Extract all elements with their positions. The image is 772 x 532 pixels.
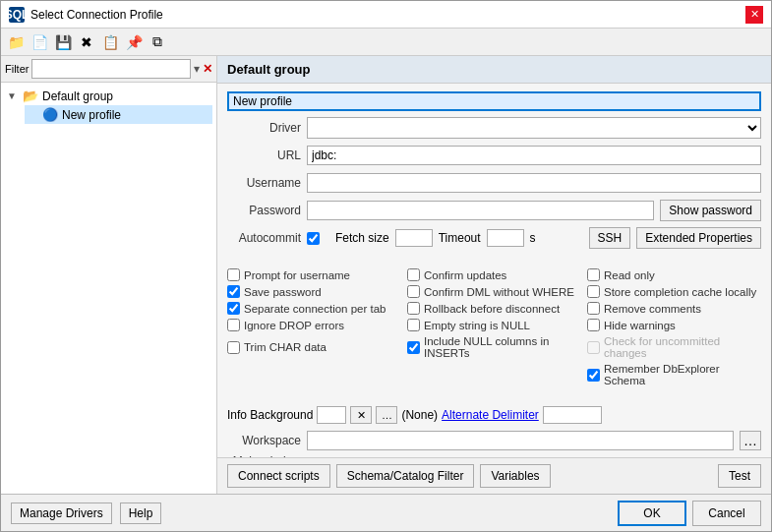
- password-input[interactable]: [307, 201, 654, 220]
- filter-clear-icon[interactable]: ✕: [203, 62, 212, 76]
- timeout-label: Timeout: [439, 231, 481, 245]
- main-window: SQL Select Connection Profile ✕ 📁 📄 💾 ✖ …: [0, 0, 772, 532]
- workspace-input[interactable]: [307, 431, 734, 450]
- manage-drivers-button[interactable]: Manage Drivers: [11, 502, 112, 524]
- info-bg-browse-button[interactable]: …: [376, 406, 397, 424]
- none-label: (None): [401, 408, 438, 422]
- ignore-drop-label[interactable]: Ignore DROP errors: [244, 320, 344, 331]
- ext-properties-button[interactable]: Extended Properties: [636, 227, 761, 249]
- new-item-button[interactable]: 📄: [29, 31, 50, 53]
- confirm-updates-checkbox[interactable]: [407, 268, 420, 281]
- confirm-updates-label[interactable]: Confirm updates: [424, 269, 506, 281]
- separate-connection-item: Separate connection per tab: [227, 302, 401, 315]
- timeout-input[interactable]: [487, 229, 524, 247]
- password-label: Password: [227, 204, 301, 217]
- username-input[interactable]: [307, 173, 761, 193]
- include-null-label[interactable]: Include NULL columns in INSERTs: [424, 335, 581, 359]
- workspace-row: Workspace …: [227, 430, 761, 451]
- separate-connection-label[interactable]: Separate connection per tab: [244, 303, 386, 315]
- trim-char-label[interactable]: Trim CHAR data: [244, 341, 327, 353]
- duplicate-button[interactable]: ⧉: [147, 31, 168, 53]
- rollback-checkbox[interactable]: [407, 302, 420, 315]
- store-completion-label[interactable]: Store completion cache locally: [604, 286, 756, 298]
- test-button[interactable]: Test: [718, 464, 761, 488]
- profile-name-input[interactable]: [227, 91, 761, 111]
- autocommit-checkbox[interactable]: [307, 232, 320, 245]
- remove-comments-checkbox[interactable]: [587, 302, 600, 315]
- confirm-dml-label[interactable]: Confirm DML without WHERE: [424, 286, 574, 298]
- copy-button[interactable]: 📋: [99, 31, 121, 53]
- info-bg-color-picker[interactable]: [317, 406, 346, 424]
- help-button[interactable]: Help: [120, 502, 162, 524]
- main-content: Filter ▾ ✕ ▼ 📂 Default group 🔵 New profi…: [1, 56, 771, 494]
- ssh-button[interactable]: SSH: [589, 227, 631, 249]
- ignore-drop-checkbox[interactable]: [227, 319, 240, 331]
- store-completion-item: Store completion cache locally: [587, 285, 761, 298]
- driver-label: Driver: [227, 121, 301, 135]
- hide-warnings-item: Hide warnings: [587, 319, 761, 331]
- empty-string-checkbox[interactable]: [407, 319, 420, 331]
- close-button[interactable]: ✕: [745, 6, 763, 24]
- save-password-label[interactable]: Save password: [244, 286, 322, 298]
- confirm-updates-item: Confirm updates: [407, 268, 581, 281]
- tree-child-item[interactable]: 🔵 New profile: [25, 105, 212, 124]
- driver-select[interactable]: [307, 117, 761, 139]
- tree-area: ▼ 📂 Default group 🔵 New profile: [1, 83, 216, 494]
- read-only-label[interactable]: Read only: [604, 269, 655, 281]
- username-label: Username: [227, 176, 301, 190]
- url-label: URL: [227, 148, 301, 162]
- remove-comments-label[interactable]: Remove comments: [604, 303, 701, 315]
- rollback-label[interactable]: Rollback before disconnect: [424, 303, 560, 315]
- filter-label: Filter: [5, 63, 29, 75]
- filter-input[interactable]: [31, 59, 191, 79]
- title-bar: SQL Select Connection Profile ✕: [1, 1, 771, 29]
- filter-icon[interactable]: ▾: [194, 62, 200, 76]
- workspace-browse-button[interactable]: …: [740, 431, 761, 450]
- hide-warnings-checkbox[interactable]: [587, 319, 600, 331]
- prompt-username-checkbox[interactable]: [227, 268, 240, 281]
- tree-folder-icon: 📂: [23, 89, 38, 103]
- prompt-username-item: Prompt for username: [227, 268, 401, 281]
- bottom-right-buttons: OK Cancel: [618, 501, 761, 526]
- empty-string-label[interactable]: Empty string is NULL: [424, 320, 530, 331]
- trim-char-checkbox[interactable]: [227, 341, 240, 354]
- save-button[interactable]: 💾: [52, 31, 74, 53]
- rollback-item: Rollback before disconnect: [407, 302, 581, 315]
- tree-root-label: Default group: [42, 89, 113, 103]
- prompt-username-label[interactable]: Prompt for username: [244, 269, 350, 281]
- remember-dbexplorer-checkbox[interactable]: [587, 369, 600, 382]
- save-password-checkbox[interactable]: [227, 285, 240, 298]
- alternate-delimiter-input[interactable]: [543, 406, 602, 424]
- schema-catalog-filter-button[interactable]: Schema/Catalog Filter: [336, 464, 475, 488]
- include-null-checkbox[interactable]: [407, 341, 420, 354]
- app-icon: SQL: [9, 7, 25, 23]
- new-folder-button[interactable]: 📁: [5, 31, 27, 53]
- paste-button[interactable]: 📌: [123, 31, 145, 53]
- tree-children: 🔵 New profile: [5, 105, 212, 124]
- timeout-unit: s: [530, 231, 536, 245]
- url-input[interactable]: [307, 146, 761, 165]
- fetch-size-input[interactable]: [395, 229, 433, 247]
- confirm-dml-checkbox[interactable]: [407, 285, 420, 298]
- url-row: URL: [227, 145, 761, 166]
- tree-expand-icon: ▼: [7, 90, 19, 101]
- read-only-checkbox[interactable]: [587, 268, 600, 281]
- check-uncommitted-checkbox[interactable]: [587, 341, 600, 354]
- tree-root-item[interactable]: ▼ 📂 Default group: [5, 87, 212, 105]
- show-password-button[interactable]: Show password: [660, 200, 761, 221]
- hide-warnings-label[interactable]: Hide warnings: [604, 320, 676, 331]
- remember-dbexplorer-label[interactable]: Remember DbExplorer Schema: [604, 363, 761, 386]
- info-bg-clear-button[interactable]: ✕: [350, 406, 372, 424]
- store-completion-checkbox[interactable]: [587, 285, 600, 298]
- variables-button[interactable]: Variables: [480, 464, 550, 488]
- alternate-delimiter-link[interactable]: Alternate Delimiter: [442, 408, 539, 422]
- connect-scripts-button[interactable]: Connect scripts: [227, 464, 330, 488]
- username-row: Username: [227, 172, 761, 194]
- left-panel: Filter ▾ ✕ ▼ 📂 Default group 🔵 New profi…: [1, 56, 217, 494]
- cancel-button[interactable]: Cancel: [692, 501, 761, 526]
- ok-button[interactable]: OK: [618, 501, 686, 526]
- delete-button[interactable]: ✖: [76, 31, 97, 53]
- ignore-drop-item: Ignore DROP errors: [227, 319, 401, 331]
- separate-connection-checkbox[interactable]: [227, 302, 240, 315]
- window-title: Select Connection Profile: [30, 8, 740, 22]
